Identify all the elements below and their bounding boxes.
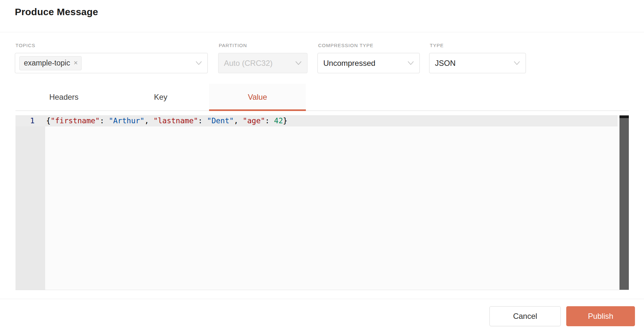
- scrollbar-thumb[interactable]: [619, 116, 629, 118]
- topics-select[interactable]: example-topic ×: [15, 53, 208, 73]
- editor-tabs: Headers Key Value: [15, 84, 629, 111]
- chevron-down-icon: [407, 61, 414, 66]
- editor-gutter: [15, 115, 45, 290]
- compression-type-label: COMPRESSION TYPE: [318, 43, 374, 48]
- topic-tag: example-topic ×: [19, 56, 82, 70]
- page-title: Produce Message: [15, 6, 98, 17]
- chevron-down-icon: [513, 61, 520, 66]
- tab-key[interactable]: Key: [112, 84, 209, 110]
- editor-scrollbar[interactable]: [619, 115, 629, 290]
- type-value: JSON: [429, 59, 456, 68]
- code-line[interactable]: {"firstname": "Arthur", "lastname": "Den…: [46, 115, 287, 126]
- tab-headers[interactable]: Headers: [15, 84, 112, 110]
- cancel-button[interactable]: Cancel: [489, 306, 561, 326]
- type-label: TYPE: [430, 43, 444, 48]
- compression-type-select[interactable]: Uncompressed: [317, 53, 420, 73]
- partition-value: Auto (CRC32): [218, 59, 273, 68]
- publish-button[interactable]: Publish: [566, 306, 635, 326]
- header-divider: [0, 32, 644, 32]
- footer-divider: [0, 299, 644, 299]
- topic-tag-label: example-topic: [24, 59, 70, 67]
- partition-label: PARTITION: [219, 43, 247, 48]
- compression-type-value: Uncompressed: [318, 59, 375, 68]
- chevron-down-icon: [295, 61, 302, 66]
- remove-topic-icon[interactable]: ×: [74, 59, 78, 66]
- type-select[interactable]: JSON: [429, 53, 526, 73]
- chevron-down-icon: [195, 61, 202, 66]
- tab-value[interactable]: Value: [209, 84, 306, 110]
- line-number: 1: [15, 115, 35, 126]
- partition-select: Auto (CRC32): [218, 53, 307, 73]
- value-code-editor[interactable]: 1 {"firstname": "Arthur", "lastname": "D…: [15, 115, 629, 290]
- topics-label: TOPICS: [15, 43, 35, 48]
